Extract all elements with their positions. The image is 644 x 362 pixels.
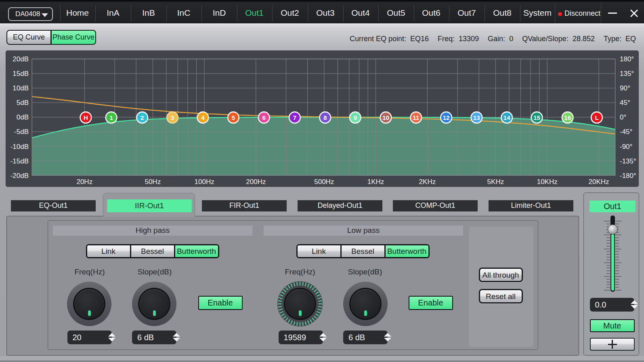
svg-text:-15dB: -15dB <box>10 157 29 165</box>
svg-text:-10dB: -10dB <box>10 143 29 151</box>
svg-text:-180°: -180° <box>620 172 636 180</box>
svg-text:9: 9 <box>354 114 357 121</box>
svg-text:5KHz: 5KHz <box>487 178 504 186</box>
svg-text:5dB: 5dB <box>17 99 29 107</box>
svg-text:1KHz: 1KHz <box>367 178 384 186</box>
svg-text:45°: 45° <box>620 99 630 107</box>
svg-text:15: 15 <box>533 114 540 121</box>
svg-text:0dB: 0dB <box>17 113 29 121</box>
svg-text:1: 1 <box>109 114 113 121</box>
svg-text:0°: 0° <box>620 113 626 121</box>
svg-text:16: 16 <box>564 114 571 121</box>
svg-text:5: 5 <box>232 114 235 121</box>
svg-text:15dB: 15dB <box>13 70 29 77</box>
svg-text:500Hz: 500Hz <box>314 178 334 186</box>
svg-text:8: 8 <box>323 114 327 121</box>
svg-text:20dB: 20dB <box>13 55 29 63</box>
svg-text:135°: 135° <box>620 70 634 77</box>
svg-text:H: H <box>84 114 88 121</box>
svg-text:12: 12 <box>443 114 450 121</box>
svg-text:2KHz: 2KHz <box>419 178 436 186</box>
svg-text:100Hz: 100Hz <box>195 178 214 186</box>
svg-text:-135°: -135° <box>620 157 636 165</box>
svg-text:-45°: -45° <box>620 128 632 136</box>
svg-text:10KHz: 10KHz <box>537 178 558 186</box>
svg-text:L: L <box>595 114 598 121</box>
svg-text:14: 14 <box>503 114 510 121</box>
svg-text:7: 7 <box>293 114 296 121</box>
svg-text:3: 3 <box>171 114 174 121</box>
svg-text:11: 11 <box>413 114 419 121</box>
svg-text:20Hz: 20Hz <box>76 178 92 186</box>
svg-text:-20dB: -20dB <box>10 172 29 180</box>
svg-text:180°: 180° <box>620 55 634 63</box>
svg-text:-5dB: -5dB <box>14 128 29 136</box>
svg-text:2: 2 <box>141 114 144 121</box>
svg-text:10: 10 <box>382 114 389 121</box>
svg-text:13: 13 <box>473 114 480 121</box>
svg-text:200Hz: 200Hz <box>246 178 266 186</box>
svg-text:10dB: 10dB <box>13 84 29 92</box>
svg-text:6: 6 <box>262 114 266 121</box>
svg-text:50Hz: 50Hz <box>145 178 161 186</box>
svg-text:-90°: -90° <box>620 143 632 151</box>
svg-text:4: 4 <box>201 114 205 121</box>
svg-text:90°: 90° <box>620 84 630 92</box>
svg-text:20KHz: 20KHz <box>588 178 609 186</box>
